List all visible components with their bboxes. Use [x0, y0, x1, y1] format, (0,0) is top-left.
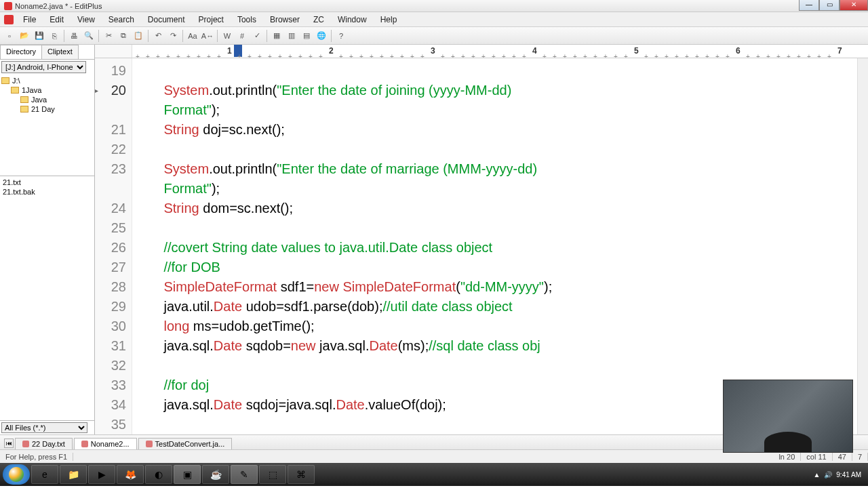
taskbar: e 📁 ▶ 🦊 ◐ ▣ ☕ ✎ ⬚ ⌘ ▲ 🔊 9:41 AM — [0, 463, 868, 486]
sidebar-tab-directory[interactable]: Directory — [0, 45, 42, 59]
replace-icon[interactable]: A↔ — [201, 29, 214, 43]
save-all-icon[interactable]: ⎘ — [47, 29, 61, 43]
wrap-icon[interactable]: W — [220, 29, 234, 43]
tool2-icon[interactable]: ▥ — [285, 29, 298, 43]
linenum-icon[interactable]: # — [235, 29, 249, 43]
gutter-header — [95, 45, 132, 58]
menu-edit[interactable]: Edit — [43, 14, 71, 26]
taskbar-ie-icon[interactable]: e — [31, 465, 58, 484]
new-file-icon[interactable]: ▫ — [3, 29, 16, 43]
help-icon[interactable]: ? — [334, 29, 348, 43]
code-editor[interactable]: System.out.println("Enter the date of jo… — [132, 58, 868, 434]
taskbar-explorer-icon[interactable]: 📁 — [60, 465, 87, 484]
status-extra2: 7 — [852, 453, 868, 461]
redo-icon[interactable]: ↷ — [166, 29, 180, 43]
cut-icon[interactable]: ✂ — [102, 29, 115, 43]
menu-document[interactable]: Document — [141, 14, 192, 26]
menu-help[interactable]: Help — [374, 14, 404, 26]
doc-tab[interactable]: TestDateConvert.ja... — [138, 438, 233, 449]
windows-orb-icon — [9, 467, 24, 482]
close-button[interactable]: ✕ — [840, 0, 868, 11]
line-gutter: 19▸20 212223 242526272829303132333435 — [95, 58, 132, 434]
save-icon[interactable]: 💾 — [33, 29, 46, 43]
directory-tree[interactable]: J:\1JavaJava21 Day — [0, 75, 94, 176]
open-file-icon[interactable]: 📂 — [18, 29, 31, 43]
app-menu-icon — [4, 15, 14, 24]
file-filter-select[interactable]: All Files (*.*) — [1, 422, 87, 433]
taskbar-app1-icon[interactable]: ▣ — [174, 465, 201, 484]
dir-item[interactable]: Java — [1, 95, 93, 104]
menu-tools[interactable]: Tools — [231, 14, 263, 26]
maximize-button[interactable]: ▭ — [819, 0, 840, 11]
menu-view[interactable]: View — [71, 14, 102, 26]
tool3-icon[interactable]: ▤ — [300, 29, 313, 43]
sidebar-tab-cliptext[interactable]: Cliptext — [41, 45, 79, 59]
taskbar-media-icon[interactable]: ▶ — [88, 465, 115, 484]
file-item[interactable]: 21.txt.bak — [1, 187, 93, 197]
menu-zc[interactable]: ZC — [307, 14, 331, 26]
taskbar-firefox-icon[interactable]: 🦊 — [117, 465, 144, 484]
minimize-button[interactable]: — — [799, 0, 819, 11]
system-tray[interactable]: ▲ 🔊 9:41 AM — [813, 471, 865, 479]
file-list[interactable]: 21.txt21.txt.bak — [0, 176, 94, 420]
paste-icon[interactable]: 📋 — [132, 29, 145, 43]
taskbar-editplus-icon[interactable]: ✎ — [231, 465, 258, 484]
menu-browser[interactable]: Browser — [263, 14, 307, 26]
drive-select[interactable]: [J:] Android, I-Phone V — [1, 61, 86, 73]
tool1-icon[interactable]: ▦ — [270, 29, 283, 43]
taskbar-app4-icon[interactable]: ⬚ — [259, 465, 286, 484]
titlebar: Noname2.java * - EditPlus — ▭ ✕ — [0, 0, 868, 12]
status-extra: 47 — [833, 453, 852, 461]
tray-clock[interactable]: 9:41 AM — [836, 471, 861, 479]
status-line: ln 20 — [773, 453, 801, 461]
taskbar-chrome-icon[interactable]: ◐ — [145, 465, 172, 484]
taskbar-app2-icon[interactable]: ☕ — [202, 465, 229, 484]
menu-file[interactable]: File — [16, 14, 43, 26]
undo-icon[interactable]: ↶ — [151, 29, 165, 43]
print-icon[interactable]: 🖶 — [67, 29, 81, 43]
start-button[interactable] — [3, 464, 30, 485]
vertical-scrollbar[interactable] — [857, 58, 868, 434]
preview-icon[interactable]: 🔍 — [82, 29, 96, 43]
menu-project[interactable]: Project — [192, 14, 231, 26]
status-col: col 11 — [801, 453, 832, 461]
menu-search[interactable]: Search — [102, 14, 141, 26]
tray-flag-icon: ▲ — [813, 471, 820, 479]
status-help: For Help, press F1 — [0, 453, 73, 461]
sidebar: Directory Cliptext [J:] Android, I-Phone… — [0, 45, 95, 434]
webcam-overlay — [723, 380, 853, 453]
toolbar: ▫ 📂 💾 ⎘ 🖶 🔍 ✂ ⧉ 📋 ↶ ↷ Aa A↔ W # ✓ ▦ ▥ ▤ … — [0, 27, 868, 45]
copy-icon[interactable]: ⧉ — [117, 29, 130, 43]
browser-icon[interactable]: 🌐 — [315, 29, 328, 43]
dir-item[interactable]: 21 Day — [1, 104, 93, 114]
doc-tab[interactable]: Noname2... — [74, 438, 137, 449]
tab-nav-first[interactable]: ⏮ — [4, 439, 14, 448]
ruler[interactable]: 1+++++++++2+++++++++3+++++++++4+++++++++… — [132, 45, 868, 58]
app-icon — [4, 2, 12, 10]
taskbar-cmd-icon[interactable]: ⌘ — [288, 465, 315, 484]
find-icon[interactable]: Aa — [186, 29, 199, 43]
dir-item[interactable]: 1Java — [1, 85, 93, 95]
window-title: Noname2.java * - EditPlus — [15, 2, 102, 10]
menu-window[interactable]: Window — [331, 14, 374, 26]
tray-net-icon: 🔊 — [824, 471, 832, 479]
check-icon[interactable]: ✓ — [250, 29, 264, 43]
menubar: FileEditViewSearchDocumentProjectToolsBr… — [0, 12, 868, 27]
doc-tab[interactable]: 22 Day.txt — [15, 438, 73, 449]
file-item[interactable]: 21.txt — [1, 178, 93, 187]
dir-item[interactable]: J:\ — [1, 76, 93, 85]
